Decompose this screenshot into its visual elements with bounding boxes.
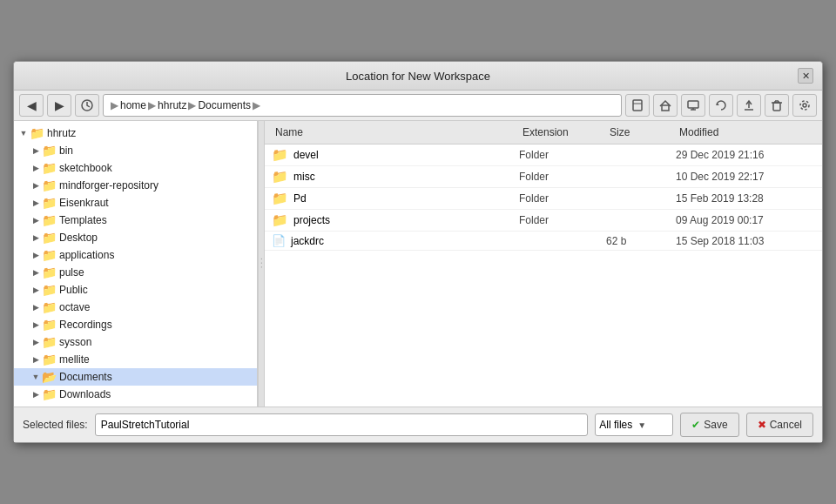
expand-icon: ▼ bbox=[30, 371, 42, 383]
file-filter-select[interactable]: All files ▼ bbox=[595, 413, 673, 436]
tree-item-recordings[interactable]: ▶ 📁 Recordings bbox=[14, 316, 257, 333]
close-button[interactable]: ✕ bbox=[798, 68, 813, 84]
home-icon bbox=[659, 99, 671, 111]
cancel-label: Cancel bbox=[770, 419, 802, 431]
tree-label: sketchbook bbox=[59, 162, 112, 174]
title-bar: Location for New Workspace ✕ bbox=[14, 62, 822, 91]
svg-point-14 bbox=[803, 104, 806, 107]
filter-label: All files bbox=[599, 419, 632, 431]
history-icon bbox=[81, 99, 93, 111]
file-dialog: Location for New Workspace ✕ ◀ ▶ ▶ home … bbox=[13, 61, 823, 443]
tree-label: Eisenkraut bbox=[59, 197, 109, 209]
header-modified[interactable]: Modified bbox=[676, 124, 815, 140]
file-icon: 📄 bbox=[272, 234, 286, 247]
header-name[interactable]: Name bbox=[272, 124, 519, 140]
table-row[interactable]: 📁 Pd Folder 15 Feb 2019 13:28 bbox=[265, 188, 822, 210]
tree-item-templates[interactable]: ▶ 📁 Templates bbox=[14, 212, 257, 229]
upload-button[interactable] bbox=[737, 94, 761, 117]
header-extension[interactable]: Extension bbox=[519, 124, 606, 140]
tree-item-octave[interactable]: ▶ 📁 octave bbox=[14, 299, 257, 316]
expand-icon: ▼ bbox=[17, 127, 30, 139]
folder-icon: 📁 bbox=[42, 178, 57, 192]
svg-point-15 bbox=[800, 101, 809, 110]
back-button[interactable]: ◀ bbox=[19, 94, 44, 117]
file-table-header: Name Extension Size Modified bbox=[265, 121, 822, 144]
settings-button[interactable] bbox=[792, 94, 817, 117]
tree-item-sysson[interactable]: ▶ 📁 sysson bbox=[14, 333, 257, 351]
forward-button[interactable]: ▶ bbox=[47, 94, 71, 117]
upload-icon bbox=[743, 99, 755, 111]
tree-label: Documents bbox=[59, 371, 112, 383]
expand-icon: ▶ bbox=[30, 144, 42, 157]
table-row[interactable]: 📁 projects Folder 09 Aug 2019 00:17 bbox=[265, 210, 822, 232]
file-name-cell: 📁 Pd bbox=[272, 191, 519, 206]
tree-item-desktop[interactable]: ▶ 📁 Desktop bbox=[14, 229, 257, 246]
history-button[interactable] bbox=[75, 94, 99, 117]
tree-item-public[interactable]: ▶ 📁 Public bbox=[14, 281, 257, 299]
expand-icon: ▶ bbox=[30, 232, 42, 244]
expand-icon: ▶ bbox=[30, 197, 42, 209]
folder-icon: 📁 bbox=[42, 161, 57, 175]
x-icon: ✖ bbox=[758, 419, 766, 431]
tree-item-pulse[interactable]: ▶ 📁 pulse bbox=[14, 264, 257, 281]
file-date-cell: 09 Aug 2019 00:17 bbox=[676, 214, 815, 226]
folder-icon: 📁 bbox=[42, 231, 57, 245]
file-date-cell: 15 Feb 2019 13:28 bbox=[676, 192, 815, 205]
tree-item-hhrutz[interactable]: ▼ 📁 hhrutz bbox=[14, 124, 257, 142]
expand-icon: ▶ bbox=[30, 162, 42, 174]
address-bar[interactable]: ▶ home ▶ hhrutz ▶ Documents ▶ bbox=[103, 94, 622, 117]
tree-item-eisenkraut[interactable]: ▶ 📁 Eisenkraut bbox=[14, 194, 257, 212]
file-name-cell: 📁 misc bbox=[272, 169, 519, 185]
folder-icon: 📁 bbox=[272, 191, 288, 206]
tree-item-applications[interactable]: ▶ 📁 applications bbox=[14, 246, 257, 264]
table-row[interactable]: 📁 devel Folder 29 Dec 2019 21:16 bbox=[265, 144, 822, 166]
folder-icon: 📁 bbox=[42, 265, 57, 279]
file-date-cell: 10 Dec 2019 22:17 bbox=[676, 171, 815, 183]
tree-item-mindforger[interactable]: ▶ 📁 mindforger-repository bbox=[14, 177, 257, 194]
folder-icon: 📁 bbox=[30, 126, 44, 140]
file-extension-cell: Folder bbox=[519, 149, 606, 161]
file-name-label: devel bbox=[293, 149, 319, 161]
file-extension-cell: Folder bbox=[519, 192, 606, 205]
tree-item-mellite[interactable]: ▶ 📁 mellite bbox=[14, 351, 257, 368]
filename-input[interactable] bbox=[95, 413, 589, 436]
file-date-cell: 15 Sep 2018 11:03 bbox=[676, 235, 815, 247]
svg-rect-9 bbox=[773, 103, 780, 111]
tree-item-documents[interactable]: ▼ 📂 Documents bbox=[14, 368, 257, 386]
tree-item-downloads[interactable]: ▶ 📁 Downloads bbox=[14, 386, 257, 403]
checkmark-icon: ✔ bbox=[691, 419, 700, 431]
network-button[interactable] bbox=[681, 94, 705, 117]
expand-icon: ▶ bbox=[30, 388, 42, 400]
tree-label: pulse bbox=[59, 266, 84, 279]
file-name-cell: 📁 projects bbox=[272, 212, 519, 228]
svg-rect-3 bbox=[662, 105, 669, 111]
svg-rect-4 bbox=[688, 101, 698, 108]
expand-icon: ▶ bbox=[30, 284, 42, 296]
file-size-cell: 62 b bbox=[606, 235, 676, 247]
tree-item-bin[interactable]: ▶ 📁 bin bbox=[14, 142, 257, 159]
folder-icon: 📂 bbox=[42, 370, 57, 384]
file-name-label: jackdrc bbox=[291, 235, 324, 247]
splitter[interactable]: ··· bbox=[258, 121, 265, 407]
file-name-label: Pd bbox=[293, 192, 307, 205]
tree-item-sketchbook[interactable]: ▶ 📁 sketchbook bbox=[14, 159, 257, 177]
expand-icon: ▶ bbox=[30, 266, 42, 279]
tree-label: mindforger-repository bbox=[59, 179, 158, 192]
header-size[interactable]: Size bbox=[606, 124, 676, 140]
tree-label: Public bbox=[59, 284, 88, 296]
tree-label: mellite bbox=[59, 353, 90, 366]
tree-label: Recordings bbox=[59, 319, 112, 331]
table-row[interactable]: 📁 misc Folder 10 Dec 2019 22:17 bbox=[265, 166, 822, 188]
file-name-cell: 📁 devel bbox=[272, 147, 519, 163]
dialog-title: Location for New Workspace bbox=[38, 70, 798, 83]
table-row[interactable]: 📄 jackdrc 62 b 15 Sep 2018 11:03 bbox=[265, 232, 822, 251]
bookmark-button[interactable] bbox=[625, 94, 650, 117]
cancel-button[interactable]: ✖ Cancel bbox=[746, 413, 813, 437]
home-button[interactable] bbox=[653, 94, 678, 117]
address-root-sep: ▶ bbox=[111, 99, 118, 111]
folder-icon: 📁 bbox=[42, 335, 57, 349]
folder-icon: 📁 bbox=[42, 300, 57, 314]
save-button[interactable]: ✔ Save bbox=[680, 413, 738, 437]
delete-button[interactable] bbox=[765, 94, 789, 117]
reload-button[interactable] bbox=[709, 94, 733, 117]
